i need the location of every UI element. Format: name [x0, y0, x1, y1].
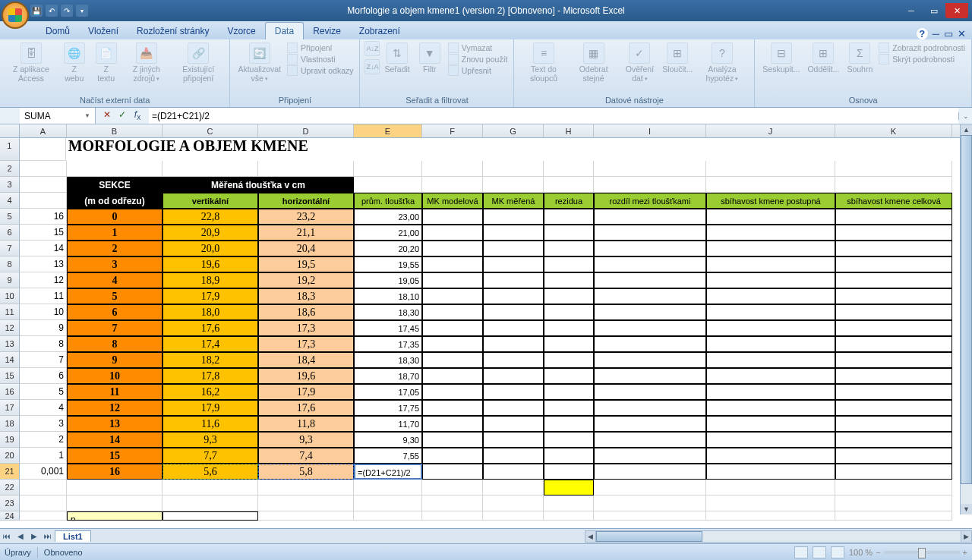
cancel-icon[interactable]: ✕	[100, 109, 114, 121]
cell[interactable]: 3	[67, 256, 163, 272]
row-header[interactable]: 5	[0, 209, 20, 225]
row-header[interactable]: 23	[0, 496, 20, 511]
cell[interactable]: 1	[67, 225, 163, 241]
cell[interactable]	[422, 480, 483, 496]
vertical-scrollbar[interactable]: ▲▼	[960, 124, 972, 514]
window-minimize-icon[interactable]: ─	[933, 28, 939, 39]
cell[interactable]: 7,7	[163, 448, 258, 464]
cell[interactable]: 17,9	[163, 288, 258, 304]
col-header[interactable]: A	[20, 124, 67, 137]
formula-input[interactable]: =(D21+C21)/2	[149, 108, 958, 124]
cell[interactable]: 19,6	[163, 256, 258, 272]
row-header[interactable]: 13	[0, 336, 20, 352]
redo-icon[interactable]: ↷	[61, 5, 73, 17]
cell[interactable]: 9,3	[163, 432, 258, 448]
cell[interactable]: 5	[67, 288, 163, 304]
cell[interactable]	[544, 177, 594, 193]
cell[interactable]: 18,10	[354, 288, 422, 304]
cell[interactable]: 16	[20, 209, 67, 225]
advanced-button[interactable]: Upřesnit	[448, 65, 508, 76]
cell[interactable]	[163, 480, 258, 496]
header-cell[interactable]: rezidua	[544, 193, 594, 209]
cell[interactable]: 4	[67, 272, 163, 288]
from-web-button[interactable]: 🌐Z webu	[59, 41, 90, 84]
minimize-button[interactable]: ─	[900, 3, 923, 18]
cell[interactable]: 11,6	[163, 416, 258, 432]
row-header[interactable]: 17	[0, 400, 20, 416]
row-header[interactable]: 14	[0, 352, 20, 368]
row-header[interactable]: 11	[0, 304, 20, 320]
cell[interactable]: 21,00	[354, 225, 422, 241]
cell[interactable]: 7,4	[258, 448, 354, 464]
cell[interactable]: 14	[67, 432, 163, 448]
cell[interactable]: 17,4	[163, 336, 258, 352]
cell[interactable]: 17,3	[258, 320, 354, 336]
header-cell[interactable]: SEKCE	[67, 177, 163, 193]
cell[interactable]	[706, 480, 835, 496]
tab-nav-last-icon[interactable]: ⏭	[41, 532, 55, 540]
window-close-icon[interactable]: ✕	[958, 28, 966, 39]
cell[interactable]: 0	[67, 209, 163, 225]
cell[interactable]: 9	[20, 320, 67, 336]
cell[interactable]: p	[67, 511, 163, 521]
cell[interactable]: 20,20	[354, 241, 422, 256]
header-cell[interactable]: rozdíl mezi tloušťkami	[594, 193, 706, 209]
row-header[interactable]: 4	[0, 193, 20, 209]
cell[interactable]: 18,9	[163, 272, 258, 288]
tab-revize[interactable]: Revize	[304, 23, 350, 39]
cell[interactable]	[835, 177, 952, 193]
header-cell[interactable]: prům. tloušťka	[354, 193, 422, 209]
col-header[interactable]: G	[483, 124, 544, 137]
cell[interactable]	[258, 480, 354, 496]
header-cell[interactable]: MK měřená	[483, 193, 544, 209]
cell[interactable]: 1	[20, 448, 67, 464]
row-header[interactable]: 15	[0, 368, 20, 384]
zoom-in-icon[interactable]: +	[963, 548, 967, 557]
tab-vlozeni[interactable]: Vložení	[79, 23, 128, 39]
cell[interactable]: 10	[20, 304, 67, 320]
cell[interactable]: 20,9	[163, 225, 258, 241]
row-header[interactable]: 1	[0, 138, 20, 161]
cell[interactable]: 11	[20, 288, 67, 304]
cell[interactable]: 17,6	[258, 400, 354, 416]
header-cell[interactable]: sbíhavost kmene celková	[835, 193, 952, 209]
col-header[interactable]: J	[706, 124, 835, 137]
cell[interactable]	[20, 177, 67, 193]
name-box[interactable]: SUMA▼	[20, 108, 96, 124]
active-cell[interactable]: =(D21+C21)/2	[354, 464, 422, 480]
fx-icon[interactable]: fx	[131, 109, 144, 121]
spreadsheet-grid[interactable]: A B C D E F G H I J K 1MORFOLOGIE A OBJE…	[0, 124, 972, 528]
page-layout-view-icon[interactable]	[813, 546, 826, 558]
show-detail-button[interactable]: Zobrazit podrobnosti	[879, 42, 965, 53]
cell[interactable]: 0,001	[20, 464, 67, 480]
row-header[interactable]: 20	[0, 448, 20, 464]
filter-button[interactable]: ▼Filtr	[415, 41, 445, 76]
cell[interactable]: 2	[67, 241, 163, 256]
connections-button[interactable]: Připojení	[287, 42, 353, 53]
cell[interactable]: 21,1	[258, 225, 354, 241]
cell[interactable]: 6	[20, 368, 67, 384]
row-header[interactable]: 2	[0, 161, 20, 177]
cell[interactable]: 5,8	[258, 464, 354, 480]
row-header[interactable]: 21	[0, 464, 20, 480]
cell[interactable]: 17,9	[163, 400, 258, 416]
col-header[interactable]: C	[163, 124, 258, 137]
maximize-button[interactable]: ▭	[923, 3, 945, 18]
cell[interactable]: 16	[67, 464, 163, 480]
cell[interactable]: 15	[20, 225, 67, 241]
row-header[interactable]: 18	[0, 416, 20, 432]
whatif-button[interactable]: ?Analýza hypotéz▾	[694, 41, 750, 84]
cell[interactable]: 5	[20, 384, 67, 400]
cell[interactable]: 17,35	[354, 336, 422, 352]
cell[interactable]: 11,8	[258, 416, 354, 432]
sort-button[interactable]: ⇅Seřadit	[381, 41, 412, 76]
cell[interactable]	[354, 177, 422, 193]
group-button[interactable]: ⊟Seskupit...	[759, 41, 803, 76]
cell[interactable]: 18,30	[354, 352, 422, 368]
cell[interactable]: 17,75	[354, 400, 422, 416]
cell[interactable]	[20, 193, 67, 209]
row-header[interactable]: 9	[0, 272, 20, 288]
col-header[interactable]: I	[594, 124, 706, 137]
row-header[interactable]: 19	[0, 432, 20, 448]
cell[interactable]: 19,05	[354, 272, 422, 288]
